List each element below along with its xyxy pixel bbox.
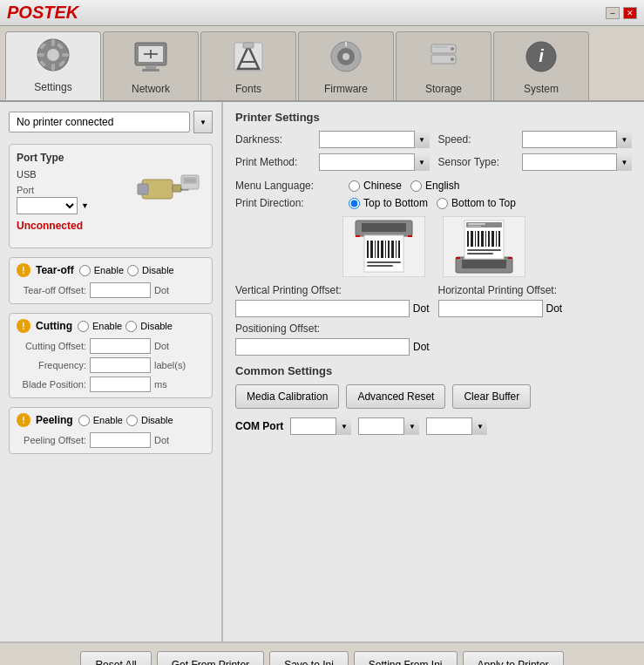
svg-rect-44	[370, 241, 373, 258]
svg-rect-52	[398, 241, 400, 258]
common-buttons: Media Calibration Advanced Reset Clear B…	[235, 384, 632, 409]
com-port-select2[interactable]	[358, 417, 419, 435]
peeling-offset-row: Peeling Offset: Dot	[17, 432, 205, 448]
english-option: English	[410, 180, 459, 192]
print-method-select-wrapper: ▼	[319, 153, 430, 171]
cutting-frequency-row: Frequency: label(s)	[17, 357, 205, 373]
com-port-row: COM Port ▼ ▼ ▼	[235, 417, 632, 435]
svg-rect-43	[367, 241, 369, 258]
svg-rect-74	[467, 249, 501, 251]
chinese-label: Chinese	[363, 180, 402, 192]
chinese-option: Chinese	[349, 180, 402, 192]
peeling-disable-radio[interactable]	[126, 415, 138, 426]
top-to-bottom-option: Top to Bottom	[349, 197, 428, 209]
tab-firmware[interactable]: Firmware	[298, 31, 394, 100]
darkness-row: Darkness: ▼	[235, 131, 430, 148]
english-radio[interactable]	[410, 180, 422, 192]
top-to-bottom-radio[interactable]	[349, 198, 360, 209]
svg-text:i: i	[539, 46, 544, 65]
cutting-title: Cutting	[36, 320, 72, 332]
printer-dropdown-button[interactable]: ▼	[193, 111, 213, 133]
reset-all-button[interactable]: Reset All	[80, 651, 151, 665]
tab-fonts-label: Fonts	[235, 83, 261, 95]
clear-buffer-button[interactable]: Clear Buffer	[452, 384, 531, 409]
apply-to-printer-button[interactable]: Apply to Printer	[463, 651, 564, 665]
close-button[interactable]: ✕	[623, 7, 637, 19]
media-calibration-button[interactable]: Media Calibration	[235, 384, 339, 409]
ttb-svg	[342, 216, 425, 277]
peeling-enable-radio[interactable]	[78, 415, 90, 426]
get-from-printer-button[interactable]: Get From Printer	[157, 651, 264, 665]
port-box: Port Type USB Port ▼ Unconnected	[9, 144, 213, 248]
cutting-blade-unit: ms	[154, 379, 167, 390]
chinese-radio[interactable]	[349, 180, 360, 192]
port-status: Unconnected	[17, 220, 205, 232]
com-port-select2-wrapper: ▼	[358, 417, 419, 435]
minimize-button[interactable]: –	[606, 7, 620, 19]
cutting-frequency-label: Frequency:	[17, 360, 86, 370]
titlebar-controls: – ✕	[606, 7, 637, 19]
svg-rect-66	[475, 231, 476, 247]
svg-rect-45	[375, 241, 376, 258]
horizontal-offset-col: Horizontal Printing Offset: Dot	[438, 284, 633, 317]
peeling-disable-label: Disable	[141, 415, 173, 425]
cutting-blade-input[interactable]	[90, 377, 151, 392]
btt-svg	[443, 216, 525, 277]
svg-rect-63	[468, 226, 481, 227]
printer-select-input[interactable]	[9, 112, 190, 132]
svg-rect-19	[243, 43, 254, 48]
tearoff-offset-input[interactable]	[90, 282, 151, 298]
cutting-frequency-input[interactable]	[90, 357, 151, 373]
cutting-disable-label: Disable	[140, 321, 173, 331]
app-logo: POSTEK	[7, 3, 78, 23]
tearoff-disable-radio[interactable]	[127, 265, 139, 276]
menu-language-label: Menu Language:	[235, 180, 340, 192]
cutting-disable-radio[interactable]	[125, 321, 137, 332]
bottom-toolbar: Reset All Get From Printer Save to Ini S…	[0, 641, 644, 665]
tearoff-enable-label: Enable	[94, 265, 124, 275]
tab-settings[interactable]: Settings	[5, 31, 101, 100]
speed-select[interactable]	[522, 131, 633, 148]
svg-point-22	[342, 53, 349, 60]
com-port-select3[interactable]	[426, 417, 487, 435]
tab-network[interactable]: Network	[103, 31, 199, 100]
peeling-offset-input[interactable]	[90, 432, 151, 448]
bottom-to-top-option: Bottom to Top	[437, 197, 516, 209]
sensor-type-select[interactable]	[522, 153, 633, 171]
print-method-select[interactable]	[319, 153, 430, 171]
vertical-offset-input[interactable]	[235, 300, 410, 317]
positioning-offset-input[interactable]	[235, 338, 410, 356]
peeling-offset-unit: Dot	[154, 435, 169, 445]
save-to-ini-button[interactable]: Save to Ini	[269, 651, 349, 665]
advanced-reset-button[interactable]: Advanced Reset	[346, 384, 445, 409]
cutting-enable-label: Enable	[92, 321, 122, 331]
horizontal-offset-input[interactable]	[438, 300, 543, 317]
bottom-to-top-radio[interactable]	[437, 198, 448, 209]
print-direction-row: Print Direction: Top to Bottom Bottom to…	[235, 197, 632, 209]
tearoff-section: ! Tear-off Enable Disable Tear-off Offse…	[9, 257, 213, 304]
tab-system[interactable]: i System	[493, 31, 589, 100]
tab-storage[interactable]: Storage	[396, 31, 491, 100]
positioning-offset-unit: Dot	[413, 341, 430, 353]
cutting-offset-input[interactable]	[90, 338, 151, 354]
titlebar: POSTEK – ✕	[0, 0, 644, 26]
svg-rect-53	[367, 261, 401, 263]
cutting-offset-row: Cutting Offset: Dot	[17, 338, 205, 354]
right-panel: Printer Settings Darkness: ▼ Speed: ▼ Pr…	[223, 102, 644, 641]
svg-rect-41	[362, 223, 406, 232]
svg-rect-76	[456, 257, 460, 259]
com-port-select1[interactable]	[290, 417, 351, 435]
tearoff-enable-radio[interactable]	[79, 265, 91, 276]
printer-select-row: ▼	[9, 111, 213, 133]
svg-rect-55	[356, 235, 360, 237]
peeling-radio-group: Enable Disable	[78, 415, 173, 426]
vertical-offset-col: Vertical Printing Offset: Dot	[235, 284, 430, 317]
cutting-section: ! Cutting Enable Disable Cutting Offset:…	[9, 313, 213, 398]
cutting-enable-radio[interactable]	[78, 321, 89, 332]
darkness-select[interactable]	[319, 131, 430, 148]
tab-fonts[interactable]: Fonts	[200, 31, 296, 100]
setting-from-ini-button[interactable]: Setting From Ini	[354, 651, 458, 665]
vertical-offset-unit: Dot	[413, 302, 430, 315]
svg-point-27	[451, 58, 454, 61]
port-select[interactable]	[17, 197, 78, 214]
